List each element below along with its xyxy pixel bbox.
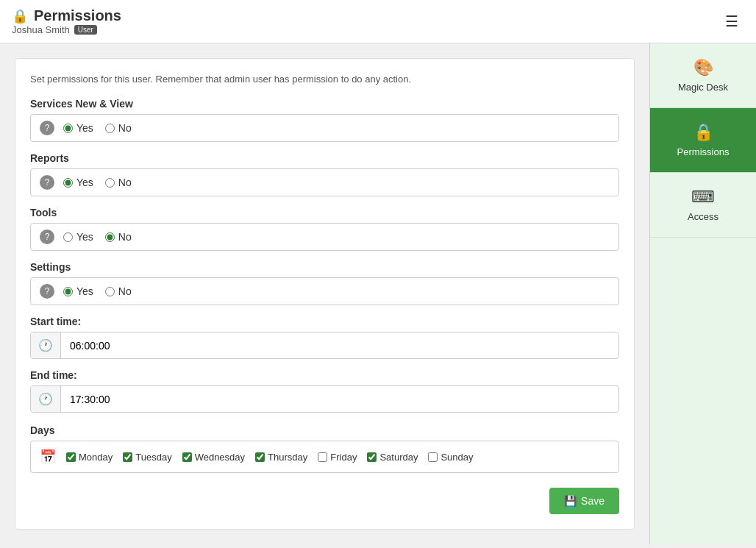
- settings-no-radio[interactable]: [105, 287, 115, 296]
- tools-no-radio[interactable]: [105, 232, 115, 242]
- friday-checkbox[interactable]: [318, 452, 327, 462]
- layout: Set permissions for this user. Remember …: [0, 43, 756, 544]
- reports-no-label[interactable]: No: [105, 177, 132, 188]
- monday-checkbox[interactable]: [66, 452, 76, 462]
- user-name: Joshua Smith: [12, 24, 70, 35]
- thursday-checkbox[interactable]: [255, 452, 265, 462]
- sunday-checkbox[interactable]: [428, 452, 438, 462]
- services-no-radio[interactable]: [105, 124, 115, 133]
- wednesday-checkbox[interactable]: [182, 452, 192, 462]
- section-label-tools: Tools: [30, 207, 619, 218]
- settings-yes-radio[interactable]: [63, 287, 73, 296]
- days-section: Days 📅 Monday Tuesday Wednesday Thursday: [30, 424, 619, 473]
- tools-help-button[interactable]: ?: [40, 229, 54, 244]
- start-time-section: Start time: 🕐: [30, 316, 619, 359]
- top-bar-left: 🔒 Permissions Joshua Smith User: [12, 7, 121, 35]
- reports-row: ? Yes No: [30, 168, 619, 196]
- magic-desk-icon: 🎨: [693, 58, 713, 77]
- sidebar-item-magic-desk[interactable]: 🎨 Magic Desk: [650, 43, 756, 108]
- services-row: ? Yes No: [30, 114, 619, 142]
- sidebar-item-label-permissions: Permissions: [677, 146, 730, 157]
- sidebar-item-permissions[interactable]: 🔒 Permissions: [650, 108, 756, 173]
- permissions-icon: 🔒: [693, 123, 713, 142]
- save-icon: 💾: [564, 495, 577, 507]
- sunday-label[interactable]: Sunday: [428, 452, 473, 463]
- reports-no-radio[interactable]: [105, 178, 115, 188]
- tools-no-label[interactable]: No: [105, 231, 132, 243]
- user-badge: User: [74, 25, 97, 35]
- settings-radio-group: Yes No: [63, 285, 132, 297]
- sidebar: 🎨 Magic Desk 🔒 Permissions ⌨ Access: [649, 43, 756, 544]
- monday-label[interactable]: Monday: [66, 452, 113, 463]
- friday-label[interactable]: Friday: [318, 452, 357, 463]
- end-time-input[interactable]: [61, 388, 618, 411]
- page-title: Permissions: [34, 7, 121, 24]
- reports-help-button[interactable]: ?: [40, 175, 54, 190]
- settings-help-button[interactable]: ?: [40, 284, 54, 299]
- section-label-settings: Settings: [30, 261, 619, 273]
- access-icon: ⌨: [691, 188, 715, 207]
- services-radio-group: Yes No: [63, 122, 132, 134]
- tuesday-label[interactable]: Tuesday: [123, 452, 171, 463]
- info-text: Set permissions for this user. Remember …: [30, 74, 619, 85]
- end-time-section: End time: 🕐: [30, 369, 619, 413]
- wednesday-label[interactable]: Wednesday: [182, 452, 245, 463]
- settings-yes-label[interactable]: Yes: [63, 285, 93, 297]
- clock-icon: 🕐: [31, 332, 61, 358]
- tools-radio-group: Yes No: [63, 231, 132, 243]
- sidebar-item-label-magic-desk: Magic Desk: [678, 82, 728, 93]
- permissions-card: Set permissions for this user. Remember …: [15, 58, 635, 530]
- tools-row: ? Yes No: [30, 223, 619, 251]
- sidebar-item-label-access: Access: [688, 211, 718, 222]
- end-time-input-row: 🕐: [30, 385, 619, 413]
- save-button[interactable]: 💾 Save: [549, 488, 619, 514]
- end-time-label: End time:: [30, 369, 619, 381]
- top-bar: 🔒 Permissions Joshua Smith User ☰: [0, 0, 756, 43]
- lock-icon: 🔒: [12, 8, 28, 24]
- reports-radio-group: Yes No: [63, 177, 132, 188]
- section-label-reports: Reports: [30, 152, 619, 164]
- days-row: 📅 Monday Tuesday Wednesday Thursday: [30, 441, 619, 473]
- tools-yes-label[interactable]: Yes: [63, 231, 93, 243]
- start-time-label: Start time:: [30, 316, 619, 327]
- reports-yes-radio[interactable]: [63, 178, 73, 188]
- tools-yes-radio[interactable]: [63, 232, 73, 242]
- services-yes-radio[interactable]: [63, 124, 73, 133]
- services-no-label[interactable]: No: [105, 122, 132, 134]
- clock-icon-end: 🕐: [31, 386, 61, 412]
- menu-button[interactable]: ☰: [719, 10, 744, 33]
- services-yes-label[interactable]: Yes: [63, 122, 93, 134]
- main-content: Set permissions for this user. Remember …: [0, 43, 649, 544]
- save-label: Save: [581, 495, 605, 507]
- save-row: 💾 Save: [30, 488, 619, 514]
- days-label: Days: [30, 424, 619, 436]
- settings-no-label[interactable]: No: [105, 285, 132, 297]
- section-label-services: Services New & View: [30, 98, 619, 110]
- sidebar-item-access[interactable]: ⌨ Access: [650, 173, 756, 238]
- user-info: Joshua Smith User: [12, 24, 121, 35]
- saturday-checkbox[interactable]: [367, 452, 377, 462]
- header-block: 🔒 Permissions Joshua Smith User: [12, 7, 121, 35]
- calendar-icon: 📅: [40, 449, 56, 465]
- start-time-input-row: 🕐: [30, 332, 619, 359]
- start-time-input[interactable]: [61, 334, 618, 357]
- tuesday-checkbox[interactable]: [123, 452, 132, 462]
- settings-row: ? Yes No: [30, 277, 619, 305]
- reports-yes-label[interactable]: Yes: [63, 177, 93, 188]
- services-help-button[interactable]: ?: [40, 121, 54, 135]
- saturday-label[interactable]: Saturday: [367, 452, 418, 463]
- thursday-label[interactable]: Thursday: [255, 452, 307, 463]
